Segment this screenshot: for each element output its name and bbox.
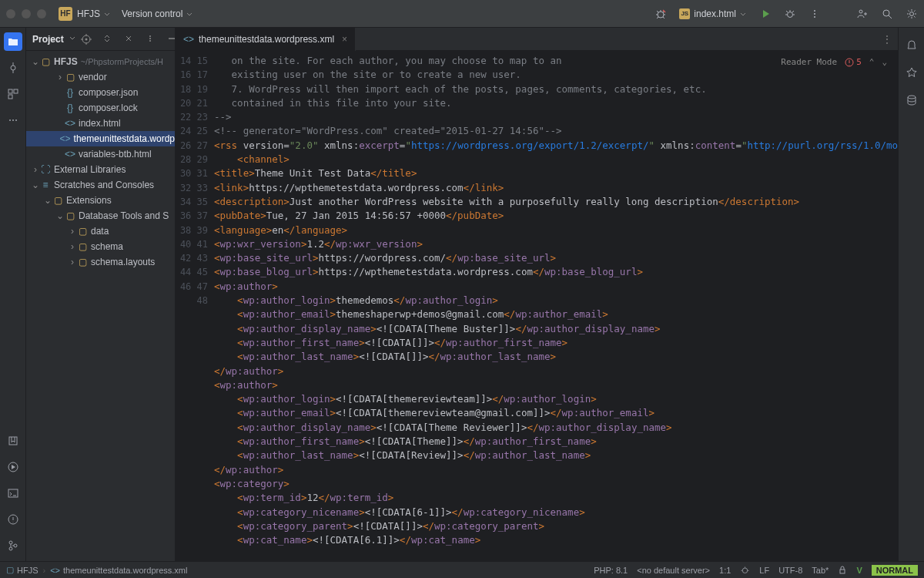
more-icon[interactable]: [808, 8, 821, 20]
vcs-tool-icon[interactable]: [4, 536, 22, 555]
run-tool-icon[interactable]: [4, 458, 22, 476]
code-with-me-icon[interactable]: [856, 8, 869, 20]
bug-icon[interactable]: [740, 565, 750, 575]
svg-point-3: [814, 13, 815, 15]
tree-item[interactable]: ›▢schema.layouts: [26, 254, 175, 270]
tree-label: vendor: [79, 72, 107, 82]
settings-icon[interactable]: [906, 8, 918, 20]
structure-tool-icon[interactable]: [4, 85, 22, 103]
file-icon: <>: [65, 118, 75, 129]
left-tool-rail: [0, 28, 26, 561]
commit-tool-icon[interactable]: [4, 59, 22, 77]
status-server[interactable]: <no default server>: [637, 566, 710, 575]
close-icon[interactable]: ×: [342, 34, 347, 45]
more-tool-icon[interactable]: [4, 111, 22, 129]
svg-rect-10: [14, 89, 18, 93]
sidebar-header: Project: [26, 28, 175, 51]
project-tree[interactable]: ⌄ ▢ HFJS ~/PhpstormProjects/H ›▢vendor {…: [26, 51, 175, 561]
status-position[interactable]: 1:1: [719, 566, 731, 575]
locate-icon[interactable]: [81, 34, 92, 45]
chevron-down-icon: [186, 10, 193, 18]
svg-point-26: [149, 40, 151, 42]
chevron-down-icon[interactable]: ⌄: [882, 57, 887, 67]
tree-item[interactable]: ›▢vendor: [26, 69, 175, 85]
ai-assistant-icon[interactable]: [902, 63, 921, 82]
chevron-right-icon: ›: [68, 257, 77, 267]
bookmark-tool-icon[interactable]: [4, 432, 22, 450]
folder-icon: ▢: [77, 257, 88, 267]
notifications-icon[interactable]: [902, 35, 921, 54]
collapse-icon[interactable]: [124, 34, 135, 45]
svg-point-19: [9, 541, 12, 544]
svg-point-29: [743, 568, 748, 573]
error-count[interactable]: 5: [845, 57, 862, 67]
project-tool-icon[interactable]: [4, 32, 22, 51]
tree-label: schema: [91, 241, 123, 252]
code-area[interactable]: on the site. For each author, you may ch…: [214, 51, 898, 561]
terminal-tool-icon[interactable]: [4, 484, 22, 502]
tree-label: Extensions: [66, 195, 112, 206]
expand-icon[interactable]: [102, 34, 113, 45]
svg-point-8: [11, 66, 15, 70]
ideavim-icon[interactable]: V: [856, 566, 862, 575]
chevron-down-icon[interactable]: [69, 34, 76, 45]
tree-item[interactable]: ›▢data: [26, 223, 175, 239]
tree-root[interactable]: ⌄ ▢ HFJS ~/PhpstormProjects/H: [26, 54, 175, 69]
status-bar: ▢ HFJS › <> themeunittestdata.wordpress.…: [0, 561, 924, 578]
tree-label: data: [91, 226, 109, 237]
bug-icon[interactable]: [654, 8, 667, 20]
tree-item[interactable]: {}composer.lock: [26, 100, 175, 116]
tree-item[interactable]: <>variables-btb.html: [26, 146, 175, 162]
run-file: index.html: [694, 8, 736, 19]
status-encoding[interactable]: UTF-8: [778, 566, 802, 575]
status-line-sep[interactable]: LF: [759, 566, 769, 575]
js-file-icon: JS: [679, 8, 690, 19]
breadcrumb-project[interactable]: HFJS: [17, 566, 38, 575]
editor: <> themeunittestdata.wordpress.xml × ⋮ R…: [176, 28, 898, 561]
tree-dbtools[interactable]: ⌄ ▢ Database Tools and S: [26, 208, 175, 223]
run-config[interactable]: JS index.html: [679, 8, 747, 19]
file-icon: <>: [60, 133, 71, 144]
reader-mode-toggle[interactable]: Reader Mode: [781, 57, 837, 67]
chevron-down-icon: ⌄: [55, 210, 65, 221]
library-icon: ⛶: [40, 164, 51, 175]
tree-scratches[interactable]: ⌄ ≡ Scratches and Consoles: [26, 177, 175, 193]
problems-tool-icon[interactable]: [4, 510, 22, 529]
editor-inspections: Reader Mode 5 ⌃ ⌄: [778, 55, 890, 69]
tree-item[interactable]: {}composer.json: [26, 85, 175, 100]
chevron-up-icon[interactable]: ⌃: [869, 57, 875, 67]
right-tool-rail: [898, 28, 924, 561]
folder-icon: ▢: [65, 210, 75, 221]
editor-tab[interactable]: <> themeunittestdata.wordpress.xml ×: [176, 28, 356, 51]
window-controls[interactable]: [6, 9, 46, 18]
svg-point-0: [658, 12, 664, 18]
file-icon: {}: [65, 102, 75, 113]
search-icon[interactable]: [881, 8, 893, 20]
tree-extensions[interactable]: ⌄ ▢ Extensions: [26, 193, 175, 208]
max-dot[interactable]: [37, 9, 46, 18]
scratch-icon: ≡: [40, 180, 51, 190]
chevron-right-icon: ›: [68, 226, 77, 237]
more-icon[interactable]: [146, 34, 156, 45]
line-gutter[interactable]: 14 15 16 17 18 19 20 21 22 23 24 25 26 2…: [176, 51, 214, 561]
tree-item[interactable]: <>themeunittestdata.wordp: [26, 131, 175, 146]
vcs-selector[interactable]: Version control: [122, 8, 193, 19]
svg-point-25: [149, 38, 151, 39]
min-dot[interactable]: [22, 9, 31, 18]
close-dot[interactable]: [6, 9, 15, 18]
tab-more-icon[interactable]: ⋮: [882, 34, 898, 45]
debug-icon[interactable]: [784, 8, 796, 20]
svg-point-24: [149, 35, 151, 37]
svg-rect-11: [8, 95, 12, 99]
readonly-icon[interactable]: [838, 566, 847, 575]
svg-point-13: [12, 119, 14, 121]
tree-item[interactable]: ›▢schema: [26, 239, 175, 254]
database-icon[interactable]: [902, 91, 921, 109]
tree-ext-lib[interactable]: › ⛶ External Libraries: [26, 162, 175, 177]
status-indent[interactable]: Tab*: [812, 566, 829, 575]
project-selector[interactable]: HF HFJS: [59, 7, 111, 21]
status-php[interactable]: PHP: 8.1: [594, 566, 628, 575]
tree-item[interactable]: <>index.html: [26, 116, 175, 131]
run-icon[interactable]: [759, 8, 772, 20]
breadcrumb-file[interactable]: themeunittestdata.wordpress.xml: [63, 566, 187, 575]
